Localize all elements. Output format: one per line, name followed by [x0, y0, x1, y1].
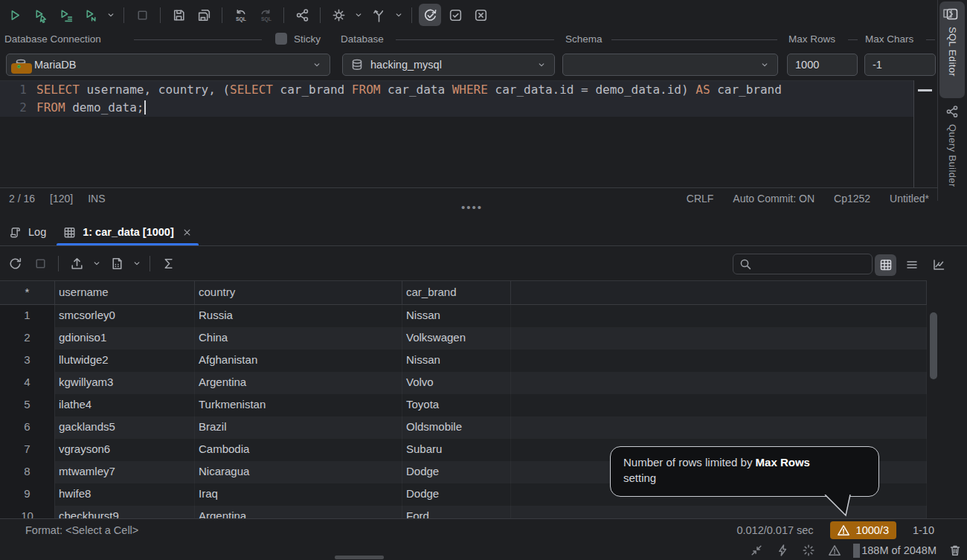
chevron-down-button[interactable] — [91, 252, 103, 274]
max-chars-input[interactable] — [864, 54, 936, 76]
splitter-handle[interactable]: •••• — [461, 201, 483, 213]
table-row[interactable]: 6gacklands5BrazilOldsmobile — [0, 416, 927, 439]
memory-indicator[interactable]: 188M of 2048M — [853, 544, 937, 558]
editor-status-item[interactable]: 2 / 16 — [9, 193, 35, 205]
table-row[interactable]: 2gdioniso1ChinaVolkswagen — [0, 327, 927, 350]
warning-icon[interactable] — [827, 543, 842, 558]
cell[interactable]: vgrayson6 — [55, 439, 195, 461]
database-select[interactable]: hacking_mysql — [342, 54, 555, 76]
sticky-checkbox[interactable] — [275, 33, 287, 45]
row-number[interactable]: 7 — [0, 439, 55, 461]
row-number[interactable]: 8 — [0, 461, 55, 483]
results-search[interactable] — [733, 254, 873, 274]
results-tab-car-data[interactable]: 1: car_data [1000] — [54, 219, 201, 245]
cell[interactable]: Oldsmobile — [402, 416, 511, 439]
column-header-car_brand[interactable]: car_brand — [402, 281, 511, 304]
cell[interactable]: hwife8 — [55, 483, 195, 506]
arrow-merge-button[interactable] — [367, 4, 390, 26]
cell[interactable]: Volkswagen — [402, 327, 511, 350]
editor-status-item[interactable]: Untitled* — [890, 193, 929, 205]
editor-status-item[interactable]: Cp1252 — [834, 193, 870, 205]
cell[interactable]: ilathe4 — [55, 394, 195, 416]
maximize-panel-button[interactable] — [939, 4, 957, 22]
column-header-row-selector[interactable]: * — [0, 281, 55, 304]
run-multiple-button[interactable] — [80, 4, 102, 26]
cell[interactable]: Russia — [195, 305, 402, 327]
table-row[interactable]: 1smcsorley0RussiaNissan — [0, 305, 927, 327]
chart-view-button[interactable] — [928, 254, 950, 276]
close-icon[interactable] — [181, 227, 193, 238]
cell[interactable]: Subaru — [402, 439, 511, 461]
gear-button[interactable] — [327, 4, 350, 26]
save-all-button[interactable] — [193, 4, 215, 26]
share-button[interactable] — [291, 4, 313, 26]
run-button[interactable] — [4, 4, 26, 26]
export-button[interactable] — [65, 252, 88, 274]
cell[interactable]: Dodge — [402, 461, 511, 483]
save-button[interactable] — [167, 4, 190, 26]
cell[interactable]: mtwamley7 — [55, 461, 195, 483]
table-row[interactable]: 4kgwillyam3ArgentinaVolvo — [0, 372, 927, 394]
run-cursor-button[interactable] — [29, 4, 51, 26]
lightning-icon[interactable] — [775, 543, 790, 558]
cell[interactable]: Nicaragua — [195, 461, 402, 483]
cell[interactable]: gdioniso1 — [55, 327, 195, 350]
sigma-button[interactable] — [157, 252, 179, 274]
max-rows-input[interactable] — [787, 54, 858, 76]
grid-view-button[interactable] — [875, 254, 896, 276]
cell[interactable]: Brazil — [195, 416, 402, 439]
table-row[interactable]: 5ilathe4TurkmenistanToyota — [0, 394, 927, 416]
tab-query-builder[interactable]: Query Builder — [939, 104, 965, 187]
row-number[interactable]: 9 — [0, 483, 55, 506]
stop-button[interactable] — [29, 252, 51, 274]
horizontal-scrollbar-thumb[interactable] — [335, 556, 384, 559]
table-row[interactable]: 3llutwidge2AfghanistanNissan — [0, 350, 927, 372]
row-number[interactable]: 3 — [0, 350, 55, 372]
cell[interactable]: China — [195, 327, 402, 350]
stop-button[interactable] — [131, 4, 153, 26]
text-view-button[interactable] — [901, 254, 923, 276]
sql-code-editor[interactable]: 1SELECT username, country, (SELECT car_b… — [0, 80, 913, 188]
cell[interactable]: Dodge — [402, 483, 511, 506]
undo-sql-button[interactable]: SQL — [229, 4, 251, 26]
row-limit-badge[interactable]: 1000/3 — [830, 521, 896, 539]
chevron-down-button[interactable] — [105, 4, 117, 26]
editor-scrollbar[interactable] — [913, 80, 939, 187]
cell[interactable]: gacklands5 — [55, 416, 195, 439]
cell[interactable]: Volvo — [402, 372, 511, 394]
file-export-button[interactable] — [106, 252, 128, 274]
collapse-icon[interactable] — [749, 543, 764, 558]
connection-select[interactable]: MariaDB — [6, 54, 330, 76]
cell[interactable]: Argentina — [195, 372, 402, 394]
row-number[interactable]: 1 — [0, 305, 55, 327]
results-tab-log[interactable]: Log — [0, 219, 54, 245]
chevron-down-button[interactable] — [353, 4, 364, 26]
cell[interactable]: Toyota — [402, 394, 511, 416]
cell[interactable]: smcsorley0 — [55, 305, 195, 327]
grid-vertical-scrollbar[interactable] — [930, 312, 937, 379]
run-script-button[interactable] — [54, 4, 77, 26]
row-number[interactable]: 4 — [0, 372, 55, 394]
schema-select[interactable] — [562, 54, 778, 76]
row-number[interactable]: 2 — [0, 327, 55, 350]
column-header-username[interactable]: username — [55, 281, 195, 304]
code-line[interactable]: 1SELECT username, country, (SELECT car_b… — [0, 81, 913, 99]
rollback-button[interactable] — [469, 4, 492, 26]
code-line[interactable]: 2FROM demo_data; — [0, 99, 913, 117]
cell[interactable]: Turkmenistan — [195, 394, 402, 416]
cell[interactable]: kgwillyam3 — [55, 372, 195, 394]
cell[interactable]: Nissan — [402, 350, 511, 372]
column-header-country[interactable]: country — [195, 281, 402, 304]
editor-status-item[interactable]: [120] — [50, 193, 73, 205]
row-number[interactable]: 6 — [0, 416, 55, 439]
cell[interactable]: Nissan — [402, 305, 511, 327]
cell[interactable]: Afghanistan — [195, 350, 402, 372]
chevron-down-button[interactable] — [131, 252, 143, 274]
search-input[interactable] — [756, 257, 867, 271]
editor-status-item[interactable]: CRLF — [687, 193, 714, 205]
commit-button[interactable] — [444, 4, 466, 26]
chevron-down-button[interactable] — [393, 4, 405, 26]
editor-status-item[interactable]: INS — [88, 193, 105, 205]
refresh-button[interactable] — [4, 252, 26, 274]
cell[interactable]: Cambodia — [195, 439, 402, 461]
